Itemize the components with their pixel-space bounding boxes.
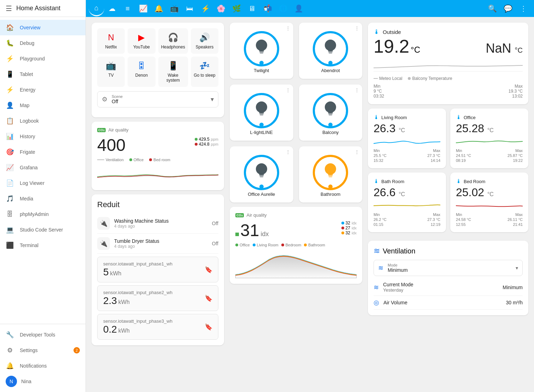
sidebar-icon-5: 👤 <box>6 101 14 110</box>
temp-val-3: 25.02 °C <box>456 186 523 199</box>
aq-mid-leg-label-2: Bedroom <box>286 243 301 247</box>
topnav-bed[interactable]: 🛏 <box>182 1 198 16</box>
light-menu-4[interactable]: ⋮ <box>286 149 291 155</box>
temp-max-val-2: 27.3 °C <box>407 217 441 222</box>
sidebar-item-terminal[interactable]: ⬛ Terminal <box>0 238 86 253</box>
media-btn-wake-system[interactable]: 📱 Wake system <box>158 57 188 87</box>
sidebar-item-logbook[interactable]: 📋 Logbook <box>0 113 86 129</box>
therm-icon-0: 🌡 <box>374 114 379 121</box>
scene-dropdown-icon[interactable]: ▾ <box>211 95 214 103</box>
sidebar-item-playground[interactable]: ⚡ Playground <box>0 51 86 66</box>
media-btn-tv[interactable]: 📺 TV <box>97 57 125 87</box>
media-btn-youtube[interactable]: ▶ YouTube <box>128 28 155 54</box>
sidebar-item-tablet[interactable]: 📱 Tablet <box>0 66 86 82</box>
topnav-bolt[interactable]: ⚡ <box>198 1 213 16</box>
topnav-graph[interactable]: 📈 <box>135 1 151 16</box>
topnav-search[interactable]: 🔍 <box>485 1 500 16</box>
bulb-svg-0 <box>253 38 270 59</box>
sidebar-footer-notifications[interactable]: 🔔Notifications <box>0 358 86 374</box>
topnav-more[interactable]: ⋮ <box>516 1 531 16</box>
sidebar-item-debug[interactable]: 🐛 Debug <box>0 35 86 51</box>
light-menu-2[interactable]: ⋮ <box>286 87 291 93</box>
light-card-abendrot[interactable]: ⋮ Abendrot <box>299 23 363 79</box>
topnav-control[interactable]: ≡ <box>120 1 135 16</box>
sidebar-footer-settings[interactable]: ⚙Settings2 <box>0 343 86 358</box>
vent-row-2-value: 30 m³/h <box>506 300 523 305</box>
topnav-network[interactable]: 🌐 <box>275 1 291 16</box>
vent-mode-selector[interactable]: ≋ Mode Minimum ▾ <box>374 260 523 276</box>
sidebar-item-media[interactable]: 🎵 Media <box>0 191 86 206</box>
sidebar-icon-3: 📱 <box>6 70 14 78</box>
light-menu-0[interactable]: ⋮ <box>286 25 291 31</box>
light-circle-0 <box>244 31 279 66</box>
light-card-twilight[interactable]: ⋮ Twilight <box>230 23 293 79</box>
sidebar-item-studio-code-server[interactable]: 💻 Studio Code Server <box>0 222 86 238</box>
topnav-person[interactable]: 👤 <box>291 1 306 16</box>
topnav-notify[interactable]: 🔔 <box>151 1 166 16</box>
sensor-bookmark-2[interactable]: 🔖 <box>205 323 212 331</box>
topnav-tv[interactable]: 📺 <box>166 1 182 16</box>
media-btn-netflix[interactable]: N Netflix <box>97 28 125 54</box>
temp-min-time-1: 08:19 <box>456 158 489 163</box>
temp-loc-0: 🌡 Living Room <box>374 114 440 121</box>
light-card-l-lightline[interactable]: ⋮ L-lightLINE <box>230 84 293 141</box>
topnav-climate[interactable]: ☁ <box>104 1 120 16</box>
sensor-bookmark-1[interactable]: 🔖 <box>205 294 212 302</box>
topnav-flower[interactable]: 🌸 <box>213 1 229 16</box>
light-card-balcony[interactable]: ⋮ Balcony <box>299 84 363 141</box>
scene-selector[interactable]: ⚙ Scene Off ▾ <box>97 91 218 107</box>
vent-dropdown-icon[interactable]: ▾ <box>516 265 518 271</box>
sidebar-item-history[interactable]: 📊 History <box>0 129 86 144</box>
svg-rect-13 <box>328 112 333 113</box>
aq-mid-readings: 32 idx 27 idx 32 idx <box>341 221 357 235</box>
temp-minmax-2: Min Max 26.2 °C 27.3 °C 01:15 12:19 <box>374 212 440 227</box>
aq-mid-body: 31 idx 32 idx 27 idx 32 idx <box>235 221 357 240</box>
svg-point-20 <box>325 163 336 175</box>
topnav-chat[interactable]: 💬 <box>500 1 516 16</box>
sidebar-header: ☰ Home Assistant <box>0 0 86 17</box>
topnav-mail[interactable]: 📬 <box>260 1 275 16</box>
temp-value-0: 26.3 <box>374 122 395 135</box>
media-btn-headphones[interactable]: 🎧 Headphones <box>158 28 188 54</box>
sidebar-item-overview[interactable]: 🏠 Overview <box>0 20 86 35</box>
svg-rect-23 <box>329 176 332 177</box>
sensor-value-1: 2.3 <box>103 295 117 306</box>
sidebar-item-energy[interactable]: ⚡ Energy <box>0 82 86 98</box>
menu-icon[interactable]: ☰ <box>6 4 12 13</box>
temp-loc-3: 🌡 Bed Room <box>456 178 523 185</box>
media-buttons-grid: N Netflix▶ YouTube🎧 Headphones🔊 Speakers… <box>97 28 218 87</box>
aq-mid-square <box>235 233 239 236</box>
light-menu-5[interactable]: ⋮ <box>354 149 359 155</box>
light-menu-1[interactable]: ⋮ <box>354 25 359 31</box>
sidebar-item-phpmyadmin[interactable]: 🗄 phpMyAdmin <box>0 206 86 222</box>
media-btn-speakers[interactable]: 🔊 Speakers <box>191 28 218 54</box>
topnav-monitor[interactable]: 🖥 <box>244 1 260 16</box>
sidebar-icon-7: 📊 <box>6 132 14 141</box>
legend-bedroom: Bed room <box>149 158 170 162</box>
media-btn-go-to-sleep[interactable]: 💤 Go to sleep <box>191 57 218 87</box>
aq-unit-2: ppm <box>211 142 218 146</box>
outside-chart <box>374 59 523 73</box>
sidebar-footer-nina[interactable]: NNina <box>0 374 86 389</box>
media-btn-denon[interactable]: 🎛 Denon <box>128 57 155 87</box>
light-card-bathroom[interactable]: ⋮ Bathroom <box>299 146 363 203</box>
sidebar-item-map[interactable]: 👤 Map <box>0 98 86 113</box>
sidebar-icon-2: ⚡ <box>6 54 14 63</box>
sidebar-item-grafana[interactable]: 📈 Grafana <box>0 160 86 175</box>
aq-val-1: 429.5 <box>199 137 210 142</box>
sidebar-item-frigate[interactable]: 🎯 Frigate <box>0 144 86 160</box>
light-card-office-aurelle[interactable]: ⋮ Office Aurelle <box>230 146 293 203</box>
topnav-home[interactable]: ⌂ <box>89 1 104 16</box>
svg-point-4 <box>325 40 336 51</box>
aq-left-readings: 429.5 ppm 424.8 ppm <box>195 137 218 147</box>
sidebar-item-log-viewer[interactable]: 📄 Log Viewer <box>0 175 86 191</box>
sensor-bookmark-0[interactable]: 🔖 <box>205 266 212 274</box>
sensor-unit-2: kWh <box>118 328 130 334</box>
sidebar-label-4: Energy <box>20 87 35 93</box>
light-circle-1 <box>313 31 348 66</box>
topnav-leaf[interactable]: 🌿 <box>229 1 244 16</box>
temp-max-label-3: Max <box>490 212 523 217</box>
sidebar-footer-developer-tools[interactable]: 🔧Developer Tools <box>0 327 86 343</box>
sidebar-label-10: Log Viewer <box>20 180 45 186</box>
light-menu-3[interactable]: ⋮ <box>354 87 359 93</box>
